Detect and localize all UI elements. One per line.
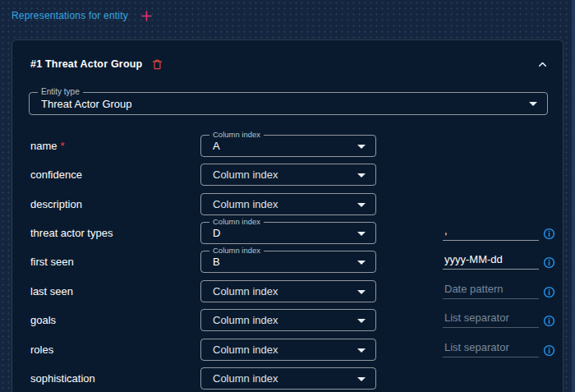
field-row-first-seen: first seen Column index B [12, 251, 564, 273]
arrow-dropdown-icon [357, 348, 366, 353]
arrow-dropdown-icon [357, 290, 366, 294]
collapse-button[interactable] [535, 57, 550, 71]
representations-link[interactable]: Representations for entity [12, 10, 128, 21]
select-value: Column index [213, 281, 278, 302]
delete-representation-button[interactable] [150, 58, 163, 71]
entity-type-select[interactable]: Entity type Threat Actor Group [29, 92, 548, 115]
date-pattern-input[interactable] [443, 281, 539, 299]
arrow-dropdown-icon [357, 261, 366, 265]
field-label: threat actor types [30, 222, 113, 244]
arrow-dropdown-icon [357, 232, 366, 236]
scrollbar[interactable] [572, 0, 575, 392]
info-circle-icon [543, 256, 555, 269]
column-index-select[interactable]: Column index D [200, 222, 376, 244]
field-row-threat-actor-types: threat actor types Column index D [12, 222, 564, 244]
select-value: Column index [213, 339, 278, 360]
field-row-goals: goals Column index [12, 309, 564, 331]
representation-card-header: #1 Threat Actor Group [30, 57, 550, 71]
trash-icon [151, 58, 163, 71]
date-pattern-input[interactable] [443, 251, 539, 270]
arrow-dropdown-icon [357, 377, 366, 381]
info-circle-icon [543, 286, 555, 298]
info-circle-icon [543, 228, 555, 240]
arrow-dropdown-icon [357, 173, 366, 178]
column-index-select[interactable]: Column index B [200, 251, 376, 273]
info-button[interactable] [542, 285, 555, 298]
field-label: sophistication [30, 367, 95, 390]
info-button[interactable] [542, 227, 555, 240]
representations-header: Representations for entity [12, 8, 154, 23]
info-circle-icon [543, 344, 555, 357]
select-value: Column index [213, 194, 278, 214]
field-row-name: name* Column index A [12, 135, 564, 157]
chevron-up-icon [536, 58, 549, 71]
column-index-select[interactable]: Column index [200, 367, 376, 390]
field-label: confidence [30, 164, 82, 186]
field-label: first seen [30, 251, 74, 273]
info-button[interactable] [542, 314, 555, 327]
column-index-select[interactable]: Column index [200, 280, 376, 302]
column-index-select[interactable]: Column index [200, 309, 376, 331]
add-representation-button[interactable] [140, 8, 154, 23]
info-button[interactable] [542, 256, 555, 269]
field-label: roles [30, 339, 53, 361]
representation-card: #1 Threat Actor Group Entity type Threat… [12, 39, 564, 392]
select-value: Column index [213, 164, 278, 185]
field-row-roles: roles Column index [12, 339, 564, 361]
list-separator-input[interactable] [443, 339, 539, 357]
info-circle-icon [543, 315, 555, 327]
column-index-select[interactable]: Column index [200, 193, 376, 215]
info-button[interactable] [542, 344, 555, 357]
plus-icon [140, 10, 153, 22]
required-asterisk: * [61, 140, 65, 152]
field-row-sophistication: sophistication Column index [12, 367, 564, 390]
column-index-select[interactable]: Column index [200, 339, 376, 361]
arrow-dropdown-icon [357, 203, 366, 207]
field-label: last seen [30, 280, 73, 302]
field-row-last-seen: last seen Column index [12, 280, 564, 302]
column-index-select[interactable]: Column index [200, 164, 376, 186]
select-value: Column index [213, 368, 278, 389]
field-row-description: description Column index [12, 193, 564, 215]
select-value: D [213, 223, 220, 243]
arrow-dropdown-icon [357, 319, 366, 323]
field-label: description [30, 193, 82, 215]
arrow-dropdown-icon [529, 102, 537, 106]
list-separator-input[interactable] [443, 223, 539, 241]
select-value: Column index [213, 310, 278, 330]
field-label: goals [30, 309, 56, 331]
list-separator-input[interactable] [443, 310, 539, 328]
select-value: B [213, 251, 220, 272]
field-row-confidence: confidence Column index [12, 164, 564, 186]
arrow-dropdown-icon [357, 145, 366, 149]
select-value: A [213, 136, 220, 156]
field-label: name [30, 140, 58, 152]
column-index-select[interactable]: Column index A [200, 135, 376, 157]
entity-type-value: Threat Actor Group [41, 93, 132, 114]
representation-title: #1 Threat Actor Group [30, 58, 142, 70]
